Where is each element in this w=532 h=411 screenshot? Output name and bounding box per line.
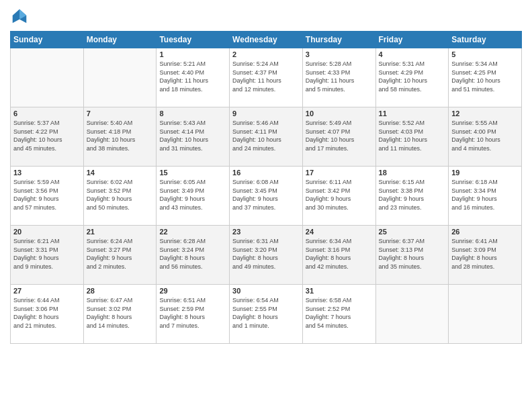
calendar-cell: 26Sunrise: 6:41 AM Sunset: 3:09 PM Dayli… xyxy=(449,226,522,285)
day-number: 27 xyxy=(13,287,81,295)
calendar-cell: 9Sunrise: 5:46 AM Sunset: 4:11 PM Daylig… xyxy=(230,107,303,167)
calendar-cell: 22Sunrise: 6:28 AM Sunset: 3:24 PM Dayli… xyxy=(157,226,230,285)
calendar-weekday-monday: Monday xyxy=(83,32,157,48)
day-number: 29 xyxy=(159,287,226,295)
day-detail: Sunrise: 5:52 AM Sunset: 4:03 PM Dayligh… xyxy=(379,119,446,152)
day-number: 19 xyxy=(451,169,519,177)
calendar-cell: 24Sunrise: 6:34 AM Sunset: 3:16 PM Dayli… xyxy=(302,226,375,285)
calendar-cell: 3Sunrise: 5:28 AM Sunset: 4:33 PM Daylig… xyxy=(302,48,375,107)
calendar-cell xyxy=(83,48,157,107)
day-detail: Sunrise: 6:54 AM Sunset: 2:55 PM Dayligh… xyxy=(232,296,300,330)
day-number: 10 xyxy=(306,109,373,118)
calendar-cell: 17Sunrise: 6:11 AM Sunset: 3:42 PM Dayli… xyxy=(302,167,375,226)
day-detail: Sunrise: 6:34 AM Sunset: 3:16 PM Dayligh… xyxy=(306,237,373,271)
day-detail: Sunrise: 6:51 AM Sunset: 2:59 PM Dayligh… xyxy=(159,296,226,330)
day-number: 17 xyxy=(306,169,373,177)
day-number: 4 xyxy=(379,50,446,58)
day-detail: Sunrise: 6:18 AM Sunset: 3:34 PM Dayligh… xyxy=(451,178,519,212)
logo-icon xyxy=(10,7,29,26)
day-number: 1 xyxy=(159,50,226,58)
day-number: 13 xyxy=(13,169,81,177)
calendar-cell: 7Sunrise: 5:40 AM Sunset: 4:18 PM Daylig… xyxy=(83,107,157,167)
day-number: 16 xyxy=(232,169,300,177)
calendar-cell: 20Sunrise: 6:21 AM Sunset: 3:31 PM Dayli… xyxy=(11,226,84,285)
day-detail: Sunrise: 5:43 AM Sunset: 4:14 PM Dayligh… xyxy=(159,119,226,152)
calendar-cell: 15Sunrise: 6:05 AM Sunset: 3:49 PM Dayli… xyxy=(157,167,230,226)
day-detail: Sunrise: 6:37 AM Sunset: 3:13 PM Dayligh… xyxy=(379,237,446,271)
calendar-week-row: 13Sunrise: 5:59 AM Sunset: 3:56 PM Dayli… xyxy=(11,167,522,226)
day-detail: Sunrise: 6:11 AM Sunset: 3:42 PM Dayligh… xyxy=(306,178,373,212)
day-number: 3 xyxy=(306,50,373,58)
day-detail: Sunrise: 5:21 AM Sunset: 4:40 PM Dayligh… xyxy=(159,60,226,93)
day-number: 22 xyxy=(159,228,226,236)
day-detail: Sunrise: 6:31 AM Sunset: 3:20 PM Dayligh… xyxy=(232,237,300,271)
header xyxy=(10,7,522,26)
calendar-cell: 16Sunrise: 6:08 AM Sunset: 3:45 PM Dayli… xyxy=(230,167,303,226)
calendar-cell: 6Sunrise: 5:37 AM Sunset: 4:22 PM Daylig… xyxy=(11,107,84,167)
day-detail: Sunrise: 5:34 AM Sunset: 4:25 PM Dayligh… xyxy=(451,60,519,93)
calendar-cell: 25Sunrise: 6:37 AM Sunset: 3:13 PM Dayli… xyxy=(375,226,449,285)
day-number: 12 xyxy=(451,109,519,118)
day-number: 8 xyxy=(159,109,226,118)
day-detail: Sunrise: 6:02 AM Sunset: 3:52 PM Dayligh… xyxy=(87,178,154,212)
day-number: 18 xyxy=(379,169,446,177)
calendar-weekday-sunday: Sunday xyxy=(11,32,84,48)
calendar-cell xyxy=(375,285,449,344)
day-number: 20 xyxy=(13,228,81,236)
calendar-cell: 2Sunrise: 5:24 AM Sunset: 4:37 PM Daylig… xyxy=(230,48,303,107)
calendar-cell: 5Sunrise: 5:34 AM Sunset: 4:25 PM Daylig… xyxy=(449,48,522,107)
page: SundayMondayTuesdayWednesdayThursdayFrid… xyxy=(0,0,532,411)
calendar-cell: 19Sunrise: 6:18 AM Sunset: 3:34 PM Dayli… xyxy=(449,167,522,226)
day-number: 31 xyxy=(306,287,373,295)
calendar-week-row: 20Sunrise: 6:21 AM Sunset: 3:31 PM Dayli… xyxy=(11,226,522,285)
day-number: 30 xyxy=(232,287,300,295)
day-number: 28 xyxy=(87,287,154,295)
calendar-week-row: 1Sunrise: 5:21 AM Sunset: 4:40 PM Daylig… xyxy=(11,48,522,107)
day-number: 24 xyxy=(306,228,373,236)
calendar-week-row: 6Sunrise: 5:37 AM Sunset: 4:22 PM Daylig… xyxy=(11,107,522,167)
day-detail: Sunrise: 6:47 AM Sunset: 3:02 PM Dayligh… xyxy=(87,296,154,330)
calendar-cell: 21Sunrise: 6:24 AM Sunset: 3:27 PM Dayli… xyxy=(83,226,157,285)
logo xyxy=(10,7,32,26)
day-detail: Sunrise: 6:15 AM Sunset: 3:38 PM Dayligh… xyxy=(379,178,446,212)
calendar-cell: 27Sunrise: 6:44 AM Sunset: 3:06 PM Dayli… xyxy=(11,285,84,344)
day-detail: Sunrise: 6:28 AM Sunset: 3:24 PM Dayligh… xyxy=(159,237,226,271)
day-number: 9 xyxy=(232,109,300,118)
day-detail: Sunrise: 5:28 AM Sunset: 4:33 PM Dayligh… xyxy=(306,60,373,93)
calendar-cell: 13Sunrise: 5:59 AM Sunset: 3:56 PM Dayli… xyxy=(11,167,84,226)
calendar-cell: 11Sunrise: 5:52 AM Sunset: 4:03 PM Dayli… xyxy=(375,107,449,167)
calendar-cell: 29Sunrise: 6:51 AM Sunset: 2:59 PM Dayli… xyxy=(157,285,230,344)
calendar-cell: 4Sunrise: 5:31 AM Sunset: 4:29 PM Daylig… xyxy=(375,48,449,107)
day-detail: Sunrise: 6:58 AM Sunset: 2:52 PM Dayligh… xyxy=(306,296,373,330)
calendar-weekday-friday: Friday xyxy=(375,32,449,48)
calendar-cell: 18Sunrise: 6:15 AM Sunset: 3:38 PM Dayli… xyxy=(375,167,449,226)
day-detail: Sunrise: 5:46 AM Sunset: 4:11 PM Dayligh… xyxy=(232,119,300,152)
day-detail: Sunrise: 5:40 AM Sunset: 4:18 PM Dayligh… xyxy=(87,119,154,152)
calendar-cell: 23Sunrise: 6:31 AM Sunset: 3:20 PM Dayli… xyxy=(230,226,303,285)
day-detail: Sunrise: 6:41 AM Sunset: 3:09 PM Dayligh… xyxy=(451,237,519,271)
day-detail: Sunrise: 6:44 AM Sunset: 3:06 PM Dayligh… xyxy=(13,296,81,330)
day-detail: Sunrise: 5:55 AM Sunset: 4:00 PM Dayligh… xyxy=(451,119,519,152)
calendar-cell xyxy=(11,48,84,107)
calendar-cell: 10Sunrise: 5:49 AM Sunset: 4:07 PM Dayli… xyxy=(302,107,375,167)
day-number: 6 xyxy=(13,109,81,118)
day-detail: Sunrise: 6:08 AM Sunset: 3:45 PM Dayligh… xyxy=(232,178,300,212)
calendar-cell: 12Sunrise: 5:55 AM Sunset: 4:00 PM Dayli… xyxy=(449,107,522,167)
day-detail: Sunrise: 5:24 AM Sunset: 4:37 PM Dayligh… xyxy=(232,60,300,93)
day-detail: Sunrise: 6:05 AM Sunset: 3:49 PM Dayligh… xyxy=(159,178,226,212)
calendar-cell: 28Sunrise: 6:47 AM Sunset: 3:02 PM Dayli… xyxy=(83,285,157,344)
calendar-weekday-wednesday: Wednesday xyxy=(230,32,303,48)
day-number: 14 xyxy=(87,169,154,177)
day-number: 15 xyxy=(159,169,226,177)
day-detail: Sunrise: 6:21 AM Sunset: 3:31 PM Dayligh… xyxy=(13,237,81,271)
day-number: 7 xyxy=(87,109,154,118)
day-detail: Sunrise: 5:37 AM Sunset: 4:22 PM Dayligh… xyxy=(13,119,81,152)
calendar-cell: 1Sunrise: 5:21 AM Sunset: 4:40 PM Daylig… xyxy=(157,48,230,107)
calendar-cell xyxy=(449,285,522,344)
day-detail: Sunrise: 6:24 AM Sunset: 3:27 PM Dayligh… xyxy=(87,237,154,271)
day-detail: Sunrise: 5:49 AM Sunset: 4:07 PM Dayligh… xyxy=(306,119,373,152)
day-number: 25 xyxy=(379,228,446,236)
calendar-cell: 8Sunrise: 5:43 AM Sunset: 4:14 PM Daylig… xyxy=(157,107,230,167)
calendar-cell: 14Sunrise: 6:02 AM Sunset: 3:52 PM Dayli… xyxy=(83,167,157,226)
day-number: 21 xyxy=(87,228,154,236)
